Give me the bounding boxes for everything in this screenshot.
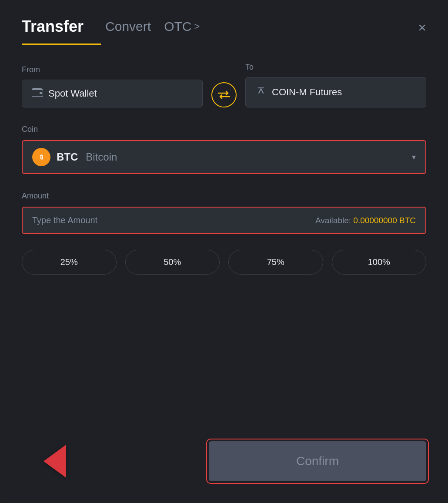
from-wallet-name: Spot Wallet — [48, 88, 97, 99]
from-group: From Spot Wallet — [22, 65, 203, 107]
available-value: 0.00000000 BTC — [353, 216, 416, 225]
confirm-button[interactable]: Confirm — [209, 441, 426, 481]
arrow-icon — [43, 445, 66, 478]
amount-box: Available: 0.00000000 BTC — [22, 207, 426, 234]
tab-convert[interactable]: Convert — [105, 19, 164, 43]
btc-icon: ₿ — [32, 148, 50, 166]
amount-input[interactable] — [32, 215, 307, 225]
wallet-icon — [32, 88, 43, 99]
header: Transfer Convert OTC > × — [22, 17, 426, 45]
percentage-buttons: 25% 50% 75% 100% — [22, 250, 426, 275]
arrow-wrapper — [43, 445, 66, 478]
coin-label: Coin — [22, 125, 426, 134]
coin-chevron-icon: ▾ — [412, 152, 416, 162]
from-wallet-selector[interactable]: Spot Wallet — [22, 80, 203, 107]
swap-button[interactable] — [211, 82, 237, 107]
coin-full-name: Bitcoin — [86, 151, 117, 163]
amount-section: Amount Available: 0.00000000 BTC — [22, 191, 426, 234]
to-label: To — [245, 63, 426, 72]
amount-label: Amount — [22, 191, 426, 201]
from-label: From — [22, 65, 203, 74]
tab-otc[interactable]: OTC > — [164, 19, 200, 43]
confirm-btn-wrapper: Confirm — [209, 441, 426, 481]
svg-rect-1 — [40, 92, 42, 94]
available-text: Available: 0.00000000 BTC — [315, 216, 416, 225]
swap-btn-wrapper — [203, 70, 245, 107]
tab-transfer[interactable]: Transfer — [22, 17, 101, 45]
pct-50-button[interactable]: 50% — [125, 250, 220, 275]
pct-100-button[interactable]: 100% — [332, 250, 427, 275]
to-wallet-name: COIN-M Futures — [272, 87, 342, 98]
coin-selector[interactable]: ₿ BTC Bitcoin ▾ — [22, 140, 426, 174]
from-to-section: From Spot Wallet — [22, 63, 426, 107]
to-wallet-selector[interactable]: COIN-M Futures — [245, 77, 426, 107]
close-button[interactable]: × — [418, 20, 426, 42]
pct-75-button[interactable]: 75% — [228, 250, 323, 275]
pct-25-button[interactable]: 25% — [22, 250, 117, 275]
coin-section: Coin ₿ BTC Bitcoin ▾ — [22, 125, 426, 174]
bottom-section: Confirm — [22, 441, 426, 481]
coin-symbol: BTC — [57, 151, 78, 163]
svg-text:₿: ₿ — [40, 154, 43, 161]
header-divider — [22, 45, 426, 45]
futures-icon — [255, 85, 267, 99]
transfer-modal: Transfer Convert OTC > × From Spot Walle… — [0, 0, 448, 503]
otc-chevron-icon: > — [194, 21, 200, 32]
to-group: To COIN-M Futures — [245, 63, 426, 107]
